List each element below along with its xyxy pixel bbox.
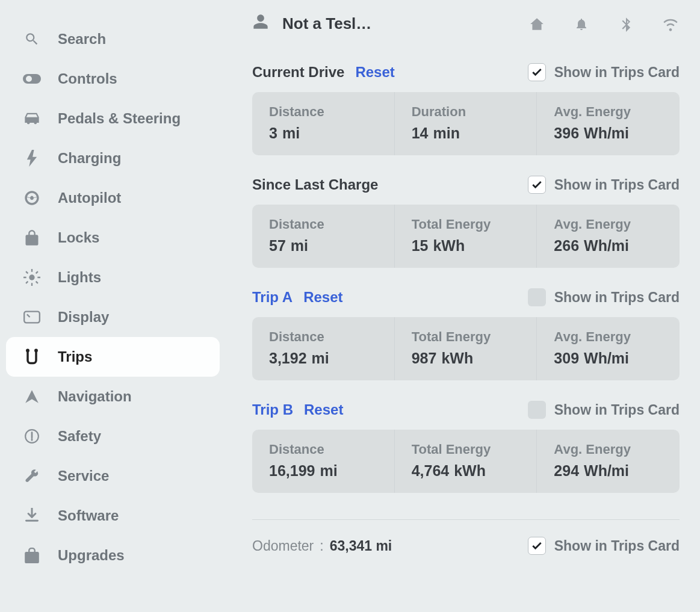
sidebar-item-locks[interactable]: Locks (6, 218, 220, 258)
metric-cell: Total Energy987kWh (395, 317, 537, 380)
sidebar-item-label: Safety (58, 428, 210, 445)
nav-icon (23, 388, 41, 406)
metric-cell: Distance3mi (252, 92, 395, 155)
sidebar-item-upgrades[interactable]: Upgrades (6, 536, 220, 575)
metric-label: Duration (412, 104, 520, 120)
metrics-card: Distance3miDuration14minAvg. Energy396Wh… (252, 92, 680, 155)
reset-button[interactable]: Reset (355, 64, 394, 81)
sidebar-item-software[interactable]: Software (6, 496, 220, 536)
show-in-trips-toggle[interactable]: Show in Trips Card (528, 63, 680, 81)
metric-value: 396Wh/mi (554, 125, 663, 142)
sidebar-item-safety[interactable]: Safety (6, 416, 220, 456)
metric-label: Avg. Energy (554, 217, 663, 232)
section-header: Trip AResetShow in Trips Card (252, 288, 680, 306)
safety-icon (23, 427, 41, 445)
show-in-trips-toggle[interactable]: Show in Trips Card (528, 176, 680, 194)
sidebar-item-display[interactable]: Display (6, 297, 220, 337)
metric-value: 309Wh/mi (554, 350, 663, 367)
metric-label: Total Energy (412, 217, 520, 232)
wifi-icon[interactable] (661, 15, 680, 33)
checkbox-icon[interactable] (528, 63, 546, 81)
section-title[interactable]: Trip B (252, 401, 293, 418)
sidebar: SearchControlsPedals & SteeringChargingA… (0, 0, 226, 612)
sidebar-item-label: Upgrades (58, 547, 210, 564)
bolt-icon (23, 149, 41, 167)
show-label: Show in Trips Card (554, 538, 680, 554)
sidebar-item-label: Navigation (58, 388, 210, 405)
display-icon (23, 308, 41, 326)
sidebar-item-controls[interactable]: Controls (6, 59, 220, 99)
bluetooth-icon[interactable] (617, 15, 635, 33)
odometer-colon: : (320, 538, 323, 554)
checkbox-icon[interactable] (528, 537, 546, 555)
sidebar-item-pedals-steering[interactable]: Pedals & Steering (6, 99, 220, 138)
sidebar-item-charging[interactable]: Charging (6, 138, 220, 178)
section-title: Current Drive (252, 64, 344, 81)
sidebar-item-trips[interactable]: Trips (6, 337, 220, 377)
sidebar-item-search[interactable]: Search (6, 19, 220, 59)
metric-cell: Total Energy15kWh (395, 205, 537, 268)
sidebar-item-label: Autopilot (58, 190, 210, 206)
metric-cell: Avg. Energy396Wh/mi (537, 92, 680, 155)
metric-value: 4,764kWh (412, 462, 520, 480)
reset-button[interactable]: Reset (304, 401, 343, 418)
odometer-show-toggle[interactable]: Show in Trips Card (528, 537, 680, 555)
checkbox-icon[interactable] (528, 401, 546, 419)
user-icon (252, 13, 269, 34)
show-in-trips-toggle[interactable]: Show in Trips Card (528, 401, 680, 419)
download-icon (23, 507, 41, 525)
metric-cell: Distance3,192mi (252, 317, 395, 380)
show-label: Show in Trips Card (554, 177, 680, 193)
user-name: Not a Tesl… (282, 14, 371, 33)
section-since-charge: Since Last ChargeShow in Trips CardDista… (252, 176, 680, 268)
sidebar-item-label: Controls (58, 70, 210, 87)
show-in-trips-toggle[interactable]: Show in Trips Card (528, 288, 680, 306)
homelink-icon[interactable] (528, 15, 546, 33)
sidebar-item-label: Display (58, 309, 210, 326)
sidebar-item-navigation[interactable]: Navigation (6, 377, 220, 416)
metric-value: 3,192mi (269, 350, 377, 367)
sidebar-item-label: Search (58, 31, 210, 48)
metric-value: 3mi (269, 125, 377, 142)
checkbox-icon[interactable] (528, 288, 546, 306)
metric-cell: Total Energy4,764kWh (395, 430, 537, 493)
metric-label: Total Energy (412, 442, 520, 457)
svg-point-4 (26, 349, 29, 353)
svg-point-1 (26, 76, 32, 82)
metric-cell: Duration14min (395, 92, 537, 155)
metric-cell: Distance16,199mi (252, 430, 395, 493)
sidebar-item-label: Software (58, 507, 210, 524)
reset-button[interactable]: Reset (303, 289, 342, 306)
bag-icon (23, 546, 41, 564)
odometer-label: Odometer (252, 538, 314, 554)
topbar-icons (528, 15, 680, 33)
sidebar-item-label: Charging (58, 150, 210, 167)
sidebar-item-autopilot[interactable]: Autopilot (6, 178, 220, 218)
show-label: Show in Trips Card (554, 402, 680, 418)
section-header: Current DriveResetShow in Trips Card (252, 63, 680, 81)
toggle-icon (23, 70, 41, 88)
lights-icon (23, 268, 41, 286)
section-title[interactable]: Trip A (252, 289, 293, 306)
user-profile[interactable]: Not a Tesl… (252, 13, 371, 34)
metric-value: 266Wh/mi (554, 237, 663, 255)
metric-label: Distance (269, 104, 377, 120)
show-label: Show in Trips Card (554, 289, 680, 306)
bell-icon[interactable] (572, 15, 590, 33)
show-label: Show in Trips Card (554, 64, 680, 81)
car-icon (23, 110, 41, 128)
main-panel: Not a Tesl… Current DriveResetShow in Tr… (226, 0, 700, 612)
checkbox-icon[interactable] (528, 176, 546, 194)
metric-value: 15kWh (412, 237, 520, 255)
metric-value: 987kWh (412, 350, 520, 367)
sidebar-item-label: Trips (58, 348, 210, 365)
metric-label: Avg. Energy (554, 442, 663, 457)
sidebar-item-service[interactable]: Service (6, 456, 220, 496)
svg-rect-3 (24, 312, 40, 323)
metric-label: Distance (269, 329, 377, 345)
metric-value: 294Wh/mi (554, 462, 663, 480)
section-header: Trip BResetShow in Trips Card (252, 401, 680, 419)
section-trip-a: Trip AResetShow in Trips CardDistance3,1… (252, 288, 680, 380)
section-current-drive: Current DriveResetShow in Trips CardDist… (252, 63, 680, 155)
sidebar-item-lights[interactable]: Lights (6, 258, 220, 297)
